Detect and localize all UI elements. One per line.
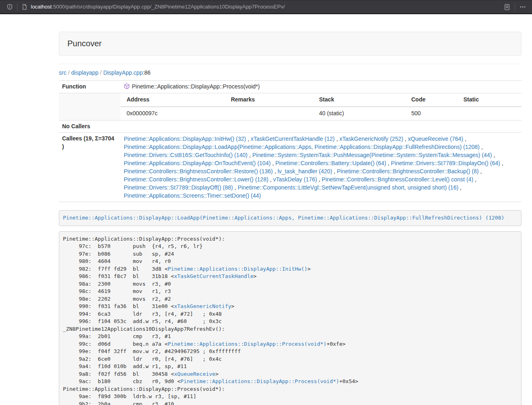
breadcrumb-line-number: :86 (143, 69, 151, 76)
page-info-icon[interactable] (22, 4, 28, 10)
callees-label: Callees (19, Σ=3704 ) (59, 133, 121, 202)
callers-cell (121, 120, 521, 133)
stats-row: Address Remarks Stack Code Static 0x0000… (59, 93, 521, 120)
disasm-symbol-link[interactable]: xQueueReceive (174, 371, 215, 377)
breadcrumb: src/displayapp/DisplayApp.cpp:86 (59, 69, 521, 77)
no-callers-label: No Callers (59, 120, 121, 133)
browser-toolbar: localhost:5000/path/src/displayapp/Displ… (0, 0, 532, 14)
breadcrumb-src-link[interactable]: src (59, 69, 67, 76)
reader-mode-icon[interactable] (504, 4, 510, 11)
loadapp-symbol-link[interactable]: Pinetime::Applications::DisplayApp::Load… (63, 215, 504, 221)
toolbar-divider (17, 3, 17, 11)
stack-value: 40 (static) (313, 107, 405, 120)
callee-link[interactable]: Pinetime::Controllers::Battery::Update()… (276, 160, 386, 166)
disasm-symbol-link[interactable]: xTaskGetCurrentTaskHandle (174, 273, 254, 279)
col-static: Static (457, 93, 521, 107)
function-label: Function (59, 80, 121, 93)
callee-link[interactable]: Pinetime::Controllers::BrightnessControl… (322, 176, 473, 183)
callee-link[interactable]: xQueueReceive (764) (408, 136, 463, 142)
url-path: :5000/path/src/displayapp/DisplayApp.cpp… (52, 3, 285, 11)
function-info-table: Function Pinetime::Applications::Display… (59, 80, 521, 202)
breadcrumb-displayapp-link[interactable]: displayapp (71, 69, 99, 76)
callees-row: Callees (19, Σ=3704 ) Pinetime::Applicat… (59, 133, 521, 202)
callee-link[interactable]: Pinetime::Drivers::St7789::DisplayOn() (… (391, 160, 500, 166)
disasm-symbol-link[interactable]: Pinetime::Applications::DisplayApp::Init… (168, 266, 307, 272)
col-code: Code (405, 93, 457, 107)
disassembly-block: Pinetime::Applications::DisplayApp::Proc… (59, 231, 521, 405)
app-header-panel: Puncover (59, 32, 521, 56)
stats-table: Address Remarks Stack Code Static 0x0000… (121, 93, 521, 120)
callers-row: No Callers (59, 120, 521, 133)
divider (59, 64, 521, 64)
callee-link[interactable]: Pinetime::Controllers::BrightnessControl… (337, 168, 478, 174)
disasm-symbol-link[interactable]: xTaskGenericNotify (174, 303, 231, 309)
callee-link[interactable]: Pinetime::Applications::DisplayApp::Load… (124, 144, 480, 150)
col-stack: Stack (313, 93, 405, 107)
callee-link[interactable]: Pinetime::Controllers::BrightnessControl… (124, 168, 273, 174)
col-address: Address (121, 93, 225, 107)
stats-table-cell: Address Remarks Stack Code Static 0x0000… (121, 93, 521, 120)
loadapp-highlight-block: Pinetime::Applications::DisplayApp::Load… (59, 210, 521, 226)
stats-row-spacer (59, 93, 121, 120)
remarks-value (225, 107, 313, 120)
stats-value-row: 0x0000097c 40 (static) 500 (121, 107, 521, 120)
callee-link[interactable]: Pinetime::Applications::DisplayApp::Init… (124, 136, 246, 142)
tracking-protection-shield-icon[interactable] (6, 4, 13, 10)
function-name-cell: Pinetime::Applications::DisplayApp::Proc… (121, 80, 521, 93)
callee-link[interactable]: Pinetime::Controllers::BrightnessControl… (124, 176, 268, 183)
address-value: 0x0000097c (121, 107, 225, 120)
stats-header-row: Address Remarks Stack Code Static (121, 93, 521, 107)
toolbar-divider (515, 3, 515, 11)
static-value (457, 107, 521, 120)
page-title: Puncover (67, 39, 102, 48)
url-host: localhost (31, 3, 52, 11)
disasm-symbol-link[interactable]: Pinetime::Applications::DisplayApp::Proc… (168, 341, 326, 347)
breadcrumb-separator: / (99, 69, 103, 76)
breadcrumb-file-link[interactable]: DisplayApp.cpp (103, 69, 142, 76)
page-container: Puncover src/displayapp/DisplayApp.cpp:8… (59, 32, 521, 405)
code-value: 500 (405, 107, 457, 120)
callee-link[interactable]: vTaskDelay (176) (273, 176, 317, 183)
callee-link[interactable]: lv_task_handler (420) (278, 168, 332, 174)
callee-link[interactable]: xTaskGetCurrentTaskHandle (12) (251, 136, 335, 142)
menu-ellipsis-icon[interactable] (519, 4, 526, 10)
callee-link[interactable]: Pinetime::Applications::DisplayApp::OnTo… (124, 160, 271, 166)
breadcrumb-separator: / (67, 69, 71, 76)
col-remarks: Remarks (225, 93, 313, 107)
callee-link[interactable]: Pinetime::Drivers::Cst816S::GetTouchInfo… (124, 152, 248, 158)
function-name: Pinetime::Applications::DisplayApp::Proc… (132, 83, 260, 90)
url-bar[interactable]: localhost:5000/path/src/displayapp/Displ… (31, 3, 504, 11)
callee-link[interactable]: Pinetime::System::SystemTask::PushMessag… (252, 152, 492, 158)
function-row: Function Pinetime::Applications::Display… (59, 80, 521, 93)
package-cube-icon (124, 83, 130, 89)
callee-link[interactable]: Pinetime::Drivers::St7789::DisplayOff() … (124, 184, 233, 191)
callee-link[interactable]: Pinetime::Components::LittleVgl::SetNewT… (238, 184, 459, 191)
disasm-symbol-link[interactable]: Pinetime::Applications::DisplayApp::Proc… (181, 378, 339, 384)
callees-list: Pinetime::Applications::DisplayApp::Init… (121, 133, 521, 202)
callee-link[interactable]: xTaskGenericNotify (252) (339, 136, 403, 142)
callee-link[interactable]: Pinetime::Applications::Screens::Timer::… (124, 192, 261, 199)
